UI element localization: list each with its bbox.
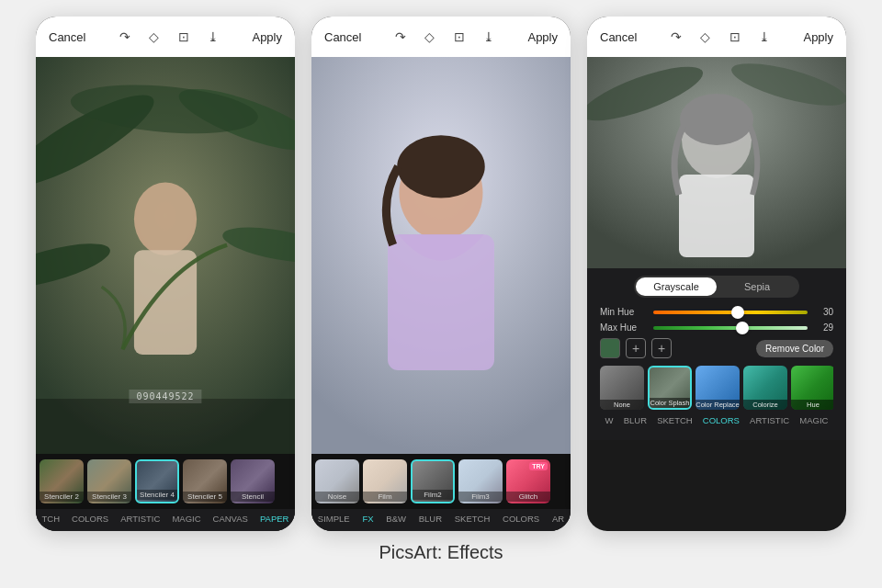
phone2-nav: SIMPLE FX B&W BLUR SKETCH COLORS AR bbox=[311, 509, 571, 531]
max-hue-thumb[interactable] bbox=[736, 322, 749, 334]
phone3-image bbox=[587, 57, 846, 268]
nav-tch[interactable]: TCH bbox=[39, 514, 64, 524]
nav-magic[interactable]: MAGIC bbox=[168, 514, 204, 524]
eraser-icon-3[interactable]: ◇ bbox=[697, 28, 714, 45]
p2-filter-thumb-3-active[interactable]: Film2 bbox=[411, 459, 455, 503]
p3-label-none: None bbox=[600, 400, 644, 410]
crop-icon-3[interactable]: ⊡ bbox=[727, 28, 743, 45]
max-hue-slider[interactable] bbox=[653, 326, 808, 330]
add-color-btn-2[interactable]: + bbox=[651, 338, 672, 358]
p3-filter-hue[interactable]: Hue bbox=[791, 366, 833, 410]
download-icon[interactable]: ⤓ bbox=[205, 28, 221, 45]
phone3-photo bbox=[587, 57, 846, 268]
nav2-ar[interactable]: AR bbox=[548, 514, 568, 524]
phone1-apply-btn[interactable]: Apply bbox=[252, 30, 282, 44]
tab-grayscale[interactable]: Grayscale bbox=[636, 277, 717, 296]
filter-label-1: Stenciler 2 bbox=[40, 492, 84, 502]
min-hue-value: 30 bbox=[813, 307, 833, 317]
main-container: Cancel ↷ ◇ ⊡ ⤓ Apply bbox=[0, 0, 882, 588]
phone-3: Cancel ↷ ◇ ⊡ ⤓ Apply bbox=[587, 17, 846, 531]
nav3-sketch[interactable]: SKETCH bbox=[653, 415, 696, 425]
nav3-magic[interactable]: MAGIC bbox=[796, 415, 831, 425]
eraser-icon[interactable]: ◇ bbox=[146, 28, 163, 45]
color-swatch[interactable] bbox=[600, 338, 620, 358]
phone-1: Cancel ↷ ◇ ⊡ ⤓ Apply bbox=[36, 17, 295, 531]
crop-icon[interactable]: ⊡ bbox=[175, 28, 192, 45]
redo-icon[interactable]: ↷ bbox=[117, 28, 133, 45]
phone1-topbar: Cancel ↷ ◇ ⊡ ⤓ Apply bbox=[36, 17, 295, 57]
nav2-blur[interactable]: BLUR bbox=[415, 514, 446, 524]
nav2-sketch[interactable]: SKETCH bbox=[451, 514, 494, 524]
eraser-icon-2[interactable]: ◇ bbox=[422, 28, 438, 45]
phone1-image: 090449522 bbox=[36, 57, 295, 454]
svg-rect-10 bbox=[388, 234, 494, 370]
phone3-mode-tabs: Grayscale Sepia bbox=[634, 276, 799, 298]
nav3-artistic[interactable]: ARTISTIC bbox=[746, 415, 793, 425]
p3-filter-colorsplash[interactable]: Color Splash bbox=[648, 366, 692, 410]
phone2-filter-thumbnails: Noise Film Film2 Film3 Glitch TRY bbox=[311, 454, 571, 509]
filter-thumb-4[interactable]: Stenciler 5 bbox=[183, 459, 227, 503]
p2-filter-thumb-5[interactable]: Glitch TRY bbox=[506, 459, 550, 503]
p2-filter-label-5: Glitch bbox=[506, 492, 550, 502]
p2-filter-label-2: Film bbox=[363, 492, 407, 502]
filter-label-3: Stenciler 4 bbox=[137, 490, 177, 500]
min-hue-label: Min Hue bbox=[600, 307, 648, 317]
add-color-btn-1[interactable]: + bbox=[626, 338, 646, 358]
p2-filter-thumb-2[interactable]: Film bbox=[363, 459, 407, 503]
nav-canvas[interactable]: CANVAS bbox=[209, 514, 252, 524]
max-hue-value: 29 bbox=[813, 322, 833, 333]
phone3-topbar: Cancel ↷ ◇ ⊡ ⤓ Apply bbox=[587, 17, 846, 57]
phone3-controls: Grayscale Sepia Min Hue 30 Max Hue bbox=[587, 268, 846, 440]
filter-thumb-5[interactable]: Stencil bbox=[231, 459, 275, 503]
phone2-photo bbox=[311, 57, 571, 454]
phone3-nav: W BLUR SKETCH COLORS ARTISTIC MAGIC bbox=[600, 410, 833, 433]
p3-filter-colorize[interactable]: Colorize bbox=[743, 366, 787, 410]
nav2-simple[interactable]: SIMPLE bbox=[314, 514, 354, 524]
min-hue-row: Min Hue 30 bbox=[600, 307, 833, 317]
filter-label-5: Stencil bbox=[231, 492, 275, 502]
nav2-bw[interactable]: B&W bbox=[382, 514, 410, 524]
nav2-fx[interactable]: FX bbox=[358, 514, 377, 524]
phone3-toolbar-icons: ↷ ◇ ⊡ ⤓ bbox=[668, 28, 773, 45]
phone2-cancel-btn[interactable]: Cancel bbox=[324, 30, 361, 44]
phone2-bottom: Noise Film Film2 Film3 Glitch TRY bbox=[311, 454, 571, 531]
try-badge: TRY bbox=[529, 462, 548, 470]
color-actions-row: + + Remove Color bbox=[600, 338, 833, 358]
min-hue-slider[interactable] bbox=[653, 311, 808, 314]
p3-filter-colorreplace[interactable]: Color Replace bbox=[695, 366, 740, 410]
min-hue-thumb[interactable] bbox=[731, 306, 744, 319]
nav2-colors[interactable]: COLORS bbox=[499, 514, 543, 524]
p3-label-hue: Hue bbox=[791, 400, 833, 410]
svg-rect-16 bbox=[679, 175, 754, 257]
p3-filter-none[interactable]: None bbox=[600, 366, 644, 410]
p2-filter-thumb-4[interactable]: Film3 bbox=[458, 459, 503, 503]
phone2-apply-btn[interactable]: Apply bbox=[527, 30, 558, 44]
phone3-apply-btn[interactable]: Apply bbox=[803, 30, 833, 44]
phone3-cancel-btn[interactable]: Cancel bbox=[600, 30, 637, 44]
nav3-w[interactable]: W bbox=[602, 415, 617, 425]
remove-color-btn[interactable]: Remove Color bbox=[756, 340, 833, 357]
nav-paper[interactable]: PAPER bbox=[256, 514, 293, 524]
nav3-blur[interactable]: BLUR bbox=[620, 415, 650, 425]
download-icon-2[interactable]: ⤓ bbox=[481, 28, 497, 45]
nav-colors[interactable]: COLORS bbox=[68, 514, 112, 524]
nav3-colors[interactable]: COLORS bbox=[699, 415, 743, 425]
phone1-cancel-btn[interactable]: Cancel bbox=[49, 30, 85, 44]
phone2-image bbox=[311, 57, 571, 454]
filter-thumb-3-active[interactable]: Stenciler 4 bbox=[135, 459, 179, 503]
redo-icon-3[interactable]: ↷ bbox=[668, 28, 684, 45]
p2-filter-thumb-1[interactable]: Noise bbox=[315, 459, 359, 503]
phone1-watermark: 090449522 bbox=[129, 390, 201, 403]
filter-thumb-2[interactable]: Stenciler 3 bbox=[87, 459, 131, 503]
svg-point-17 bbox=[680, 94, 753, 145]
filter-label-2: Stenciler 3 bbox=[87, 492, 131, 502]
p2-filter-label-3: Film2 bbox=[413, 490, 453, 500]
redo-icon-2[interactable]: ↷ bbox=[392, 28, 409, 45]
filter-thumb-1[interactable]: Stenciler 2 bbox=[40, 459, 84, 503]
nav-artistic[interactable]: ARTISTIC bbox=[117, 514, 164, 524]
download-icon-3[interactable]: ⤓ bbox=[756, 28, 773, 45]
filter-label-4: Stenciler 5 bbox=[183, 492, 227, 502]
crop-icon-2[interactable]: ⊡ bbox=[451, 28, 468, 45]
phone1-photo: 090449522 bbox=[36, 57, 295, 454]
tab-sepia[interactable]: Sepia bbox=[717, 277, 797, 296]
